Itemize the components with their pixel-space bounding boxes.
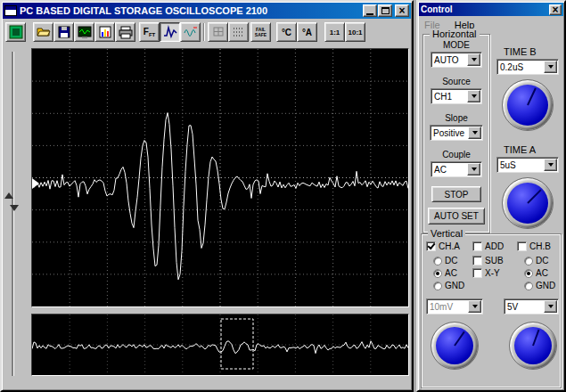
- app-icon: [4, 5, 17, 16]
- main-waveform-plot: [32, 49, 408, 306]
- zoom-scope-display[interactable]: [31, 314, 409, 376]
- source-dropdown-arrow-icon[interactable]: [467, 90, 480, 102]
- xy-label: X-Y: [485, 268, 500, 278]
- ch-a-checkbox-box[interactable]: [426, 241, 436, 251]
- couple-value: AC: [431, 165, 467, 175]
- ac-b-radio-circle[interactable]: [524, 269, 533, 278]
- caption-buttons: [363, 4, 409, 17]
- gnd-a-radio-circle[interactable]: [433, 282, 442, 290]
- volts-a-knob[interactable]: [431, 322, 479, 370]
- open-file-button[interactable]: [33, 22, 53, 42]
- persistence-button[interactable]: [228, 22, 249, 42]
- fft-button[interactable]: FFT: [139, 22, 160, 42]
- volts-a-knob-dial: [436, 327, 473, 364]
- vertical-group-label: Vertical: [428, 228, 465, 239]
- auto-set-button[interactable]: AUTO SET: [428, 208, 485, 225]
- power-button[interactable]: [5, 22, 26, 42]
- add-checkbox-box[interactable]: [472, 241, 482, 251]
- ac-b-radio[interactable]: AC: [524, 268, 548, 278]
- ratio-1to1-button[interactable]: 1:1: [324, 22, 345, 42]
- source-select[interactable]: CH1: [431, 88, 482, 104]
- control-close-button[interactable]: [549, 4, 562, 15]
- print-button[interactable]: [115, 22, 135, 42]
- slope-select[interactable]: Positive: [430, 125, 483, 141]
- temperature-button[interactable]: °C: [276, 22, 297, 42]
- time-a-label: TIME A: [504, 144, 536, 155]
- ratio-10to1-button[interactable]: 10:1: [345, 22, 365, 42]
- xy-checkbox-box[interactable]: [472, 268, 482, 278]
- toolbar-separator: [203, 23, 205, 41]
- volts-b-knob[interactable]: [509, 322, 557, 370]
- interpolation-button[interactable]: [180, 22, 201, 42]
- control-close-icon: [552, 5, 558, 14]
- trigger-marker-icon: [32, 178, 39, 189]
- mode-select[interactable]: AUTO: [431, 52, 482, 68]
- celsius-icon: °C: [282, 28, 291, 37]
- horizontal-group: Horizontal MODE AUTO Source CH1 Slope Po…: [422, 34, 490, 233]
- ch-a-checkbox[interactable]: CH.A: [426, 241, 460, 251]
- minimize-button[interactable]: [363, 4, 377, 17]
- time-b-select[interactable]: 0.2uS: [496, 59, 559, 75]
- fail-safe-button[interactable]: FAILSAFE: [250, 22, 271, 42]
- volts-b-value: 5V: [504, 302, 544, 312]
- vertical-position-slider[interactable]: [2, 48, 29, 381]
- control-titlebar[interactable]: Control: [419, 3, 563, 16]
- sub-checkbox[interactable]: SUB: [472, 256, 504, 265]
- grid-toggle-button[interactable]: [208, 22, 228, 42]
- maximize-icon: [381, 7, 390, 14]
- slope-dropdown-arrow-icon[interactable]: [468, 127, 481, 139]
- time-b-knob-dial: [507, 85, 548, 126]
- ch-b-checkbox[interactable]: CH.B: [517, 241, 551, 251]
- xy-checkbox[interactable]: X-Y: [472, 268, 500, 278]
- toolbar: FFT FAILSAFE °C °A 1:1 10:1: [3, 20, 411, 44]
- gnd-a-radio[interactable]: GND: [433, 281, 464, 290]
- close-button[interactable]: [395, 4, 409, 17]
- ratio-1to1-label: 1:1: [330, 29, 340, 37]
- ac-b-label: AC: [536, 268, 548, 278]
- gnd-b-radio[interactable]: GND: [524, 281, 555, 290]
- chart-button[interactable]: [94, 22, 115, 42]
- dc-b-radio[interactable]: DC: [524, 256, 548, 265]
- mode-dropdown-arrow-icon[interactable]: [467, 53, 480, 66]
- add-checkbox[interactable]: ADD: [472, 241, 504, 251]
- volts-a-dropdown-arrow-icon[interactable]: [468, 300, 481, 313]
- time-b-dropdown-arrow-icon[interactable]: [544, 61, 557, 73]
- sub-checkbox-box[interactable]: [472, 256, 482, 265]
- slope-value: Positive: [431, 128, 468, 138]
- time-b-label: TIME B: [504, 46, 537, 57]
- time-a-select[interactable]: 5uS: [496, 157, 559, 173]
- time-b-knob[interactable]: [502, 79, 554, 131]
- slider-up-arrow-icon[interactable]: [4, 192, 13, 199]
- smoothing-icon: [184, 25, 198, 39]
- time-a-knob[interactable]: [502, 177, 554, 229]
- minimize-icon: [366, 13, 373, 15]
- ac-a-radio[interactable]: AC: [433, 268, 457, 278]
- maximize-button[interactable]: [378, 4, 392, 17]
- time-b-value: 0.2uS: [497, 62, 544, 72]
- ch-a-label: CH.A: [439, 241, 460, 251]
- bar-chart-icon: [98, 25, 112, 39]
- couple-dropdown-arrow-icon[interactable]: [467, 163, 480, 176]
- time-a-dropdown-arrow-icon[interactable]: [544, 159, 557, 171]
- volts-b-dropdown-arrow-icon[interactable]: [544, 300, 557, 313]
- gnd-b-radio-circle[interactable]: [524, 282, 533, 290]
- current-button[interactable]: °A: [297, 22, 317, 42]
- waveform-mode-button[interactable]: [160, 22, 180, 42]
- ampere-icon: °A: [302, 28, 312, 37]
- volts-b-select[interactable]: 5V: [504, 298, 559, 314]
- main-scope-display[interactable]: [31, 48, 409, 307]
- display-mode-button[interactable]: [74, 22, 94, 42]
- dc-a-label: DC: [445, 256, 457, 265]
- dc-a-radio[interactable]: DC: [433, 256, 457, 265]
- volts-a-select[interactable]: 10mV: [426, 298, 483, 314]
- ac-a-radio-circle[interactable]: [433, 269, 442, 278]
- stop-button[interactable]: STOP: [431, 186, 481, 202]
- couple-select[interactable]: AC: [431, 161, 482, 177]
- dc-a-radio-circle[interactable]: [433, 257, 442, 265]
- save-button[interactable]: [53, 22, 74, 42]
- main-titlebar[interactable]: PC BASED DIGITAL STORAGE OSCILLOSCOPE 21…: [3, 3, 411, 19]
- slider-down-arrow-icon[interactable]: [10, 205, 19, 211]
- dc-b-radio-circle[interactable]: [524, 257, 533, 265]
- ch-b-checkbox-box[interactable]: [517, 241, 527, 251]
- couple-label: Couple: [423, 150, 489, 159]
